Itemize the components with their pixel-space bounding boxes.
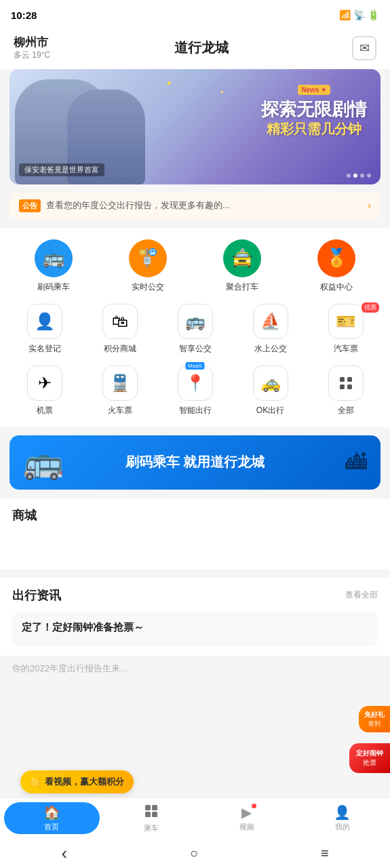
all-icon xyxy=(328,366,364,401)
dot-4 xyxy=(367,174,371,178)
scan-ride-icon: 🚌 xyxy=(35,239,73,277)
benefits-label: 权益中心 xyxy=(320,281,353,293)
battery-icon: 🔋 xyxy=(368,9,379,20)
mine-icon: 👤 xyxy=(334,804,351,821)
news-more-link[interactable]: 查看全部 xyxy=(345,589,378,601)
banner-dots xyxy=(347,174,371,178)
banner-main-text: 探索无限剧情 xyxy=(261,99,367,120)
taxi-icon: 🚖 xyxy=(223,239,261,277)
bottom-nav: 🏠 首页 乘车 ▶ 视频 👤 我的 xyxy=(0,797,390,838)
smart-travel-icon: 📍 MaaS xyxy=(178,366,213,401)
icon-smart-travel[interactable]: 📍 MaaS 智能出行 xyxy=(157,366,233,416)
icon-benefits[interactable]: 🏅 权益中心 xyxy=(298,239,374,293)
mall-content xyxy=(0,529,390,570)
menu-button[interactable]: ≡ xyxy=(321,846,329,861)
benefits-icon: 🏅 xyxy=(317,239,355,277)
system-nav: ‹ ○ ≡ xyxy=(0,838,390,868)
svg-rect-3 xyxy=(347,384,352,389)
icon-points-mall[interactable]: 🛍 积分商城 xyxy=(82,304,157,355)
bus-left-icon: 🚌 xyxy=(23,443,64,481)
dot-1 xyxy=(347,174,351,178)
train-label: 火车票 xyxy=(108,405,132,416)
notice-text: 查看您的年度公交出行报告，发现更多有趣的... xyxy=(46,199,362,212)
icon-water-bus[interactable]: ⛵ 水上公交 xyxy=(233,304,308,355)
nav-video[interactable]: ▶ 视频 xyxy=(199,798,295,838)
weather-info: 多云 19°C xyxy=(14,50,50,61)
mail-button[interactable]: ✉ xyxy=(352,36,376,60)
svg-rect-5 xyxy=(152,805,157,810)
realname-label: 实名登记 xyxy=(28,343,61,355)
scroll-hint-text: 你的2022年度出行报告生来... xyxy=(0,656,390,682)
nav-ride[interactable]: 乘车 xyxy=(104,798,199,838)
status-bar: 10:28 📶 📡 🔋 xyxy=(0,0,390,30)
bus-banner[interactable]: 🚌 刷码乘车 就用道行龙城 🏙 xyxy=(9,435,381,490)
alarm-text: 定好闹钟 xyxy=(356,749,383,758)
svg-rect-7 xyxy=(152,812,157,817)
icon-flight[interactable]: ✈ 机票 xyxy=(7,366,82,416)
icon-ok-travel[interactable]: 🚕 OK出行 xyxy=(233,366,308,416)
coin-icon: 🟡 xyxy=(30,777,41,787)
icon-taxi[interactable]: 🚖 聚合打车 xyxy=(204,239,279,293)
smart-travel-label: 智能出行 xyxy=(179,405,212,416)
water-bus-label: 水上公交 xyxy=(254,343,287,355)
checkin-text: 免好礼 xyxy=(364,710,385,719)
bus-ticket-label: 汽车票 xyxy=(334,343,358,355)
icon-realname[interactable]: 👤 实名登记 xyxy=(7,304,82,355)
nav-home[interactable]: 🏠 首页 xyxy=(4,802,100,834)
status-icons: 📶 📡 🔋 xyxy=(339,9,379,20)
promo-banner[interactable]: ✦ ✦ ✦ News ✦ 探索无限剧情 精彩只需几分钟 保安老爸竟是世界首富 xyxy=(9,69,381,184)
svg-rect-4 xyxy=(145,805,151,810)
video-notification-dot xyxy=(252,804,256,808)
icon-all[interactable]: 全部 xyxy=(308,366,383,416)
news-item-1[interactable]: 定了！定好闹钟准备抢票～ xyxy=(12,612,378,646)
floating-alarm[interactable]: 定好闹钟 抢票 xyxy=(349,743,390,773)
news-title: 出行资讯 xyxy=(12,587,61,604)
header-location[interactable]: 柳州市 多云 19°C xyxy=(14,35,50,61)
home-button[interactable]: ○ xyxy=(190,846,198,861)
discount-badge: 优惠 xyxy=(362,302,379,313)
banner-text: News ✦ 探索无限剧情 精彩只需几分钟 xyxy=(261,83,367,138)
scan-ride-label: 刷码乘车 xyxy=(37,281,70,293)
signal-icon: 📶 xyxy=(339,9,351,20)
dot-3 xyxy=(360,174,364,178)
all-label: 全部 xyxy=(338,405,354,416)
home-icon: 🏠 xyxy=(43,804,60,821)
city-name: 柳州市 xyxy=(14,35,50,50)
dot-2 xyxy=(353,174,357,178)
video-icon: ▶ xyxy=(241,804,252,821)
realtime-bus-icon: 🚏 xyxy=(129,239,167,277)
back-button[interactable]: ‹ xyxy=(61,843,67,864)
video-earn-text: 看视频，赢大额积分 xyxy=(45,776,124,788)
alarm-subtext: 抢票 xyxy=(356,758,383,768)
train-icon: 🚆 xyxy=(102,366,138,401)
bus-ticket-icon: 🎫 xyxy=(328,304,364,339)
nav-mine[interactable]: 👤 我的 xyxy=(294,798,390,838)
nav-ride-label: 乘车 xyxy=(144,823,159,833)
smart-bus-label: 智享公交 xyxy=(179,343,212,355)
header: 柳州市 多云 19°C 道行龙城 ✉ xyxy=(0,30,390,69)
status-time: 10:28 xyxy=(11,9,37,21)
points-mall-icon: 🛍 xyxy=(102,304,138,339)
floating-checkin[interactable]: 免好礼 签到 xyxy=(359,706,390,732)
svg-rect-1 xyxy=(347,377,352,382)
notice-bar[interactable]: 公告 查看您的年度公交出行报告，发现更多有趣的... › xyxy=(9,193,381,219)
nav-mine-label: 我的 xyxy=(335,822,350,832)
icon-bus-ticket[interactable]: 优惠 🎫 汽车票 xyxy=(308,304,383,355)
banner-caption: 保安老爸竟是世界首富 xyxy=(19,163,104,176)
video-earn-bar[interactable]: 🟡 看视频，赢大额积分 xyxy=(20,770,134,793)
taxi-label: 聚合打车 xyxy=(226,281,258,293)
ok-travel-label: OK出行 xyxy=(256,405,284,416)
svg-rect-2 xyxy=(340,384,345,389)
points-mall-label: 积分商城 xyxy=(104,343,136,355)
bus-right-icon: 🏙 xyxy=(345,450,367,475)
app-title: 道行龙城 xyxy=(174,39,229,57)
news-item-1-title: 定了！定好闹钟准备抢票～ xyxy=(22,621,368,634)
icon-smart-bus[interactable]: 🚌 智享公交 xyxy=(157,304,233,355)
icon-scan-ride[interactable]: 🚌 刷码乘车 xyxy=(16,239,92,293)
news-section: 出行资讯 查看全部 定了！定好闹钟准备抢票～ xyxy=(0,578,390,656)
notice-tag: 公告 xyxy=(19,199,41,212)
icon-realtime-bus[interactable]: 🚏 实时公交 xyxy=(111,239,186,293)
svg-rect-0 xyxy=(340,377,345,382)
realname-icon: 👤 xyxy=(27,304,62,339)
icon-train[interactable]: 🚆 火车票 xyxy=(82,366,157,416)
